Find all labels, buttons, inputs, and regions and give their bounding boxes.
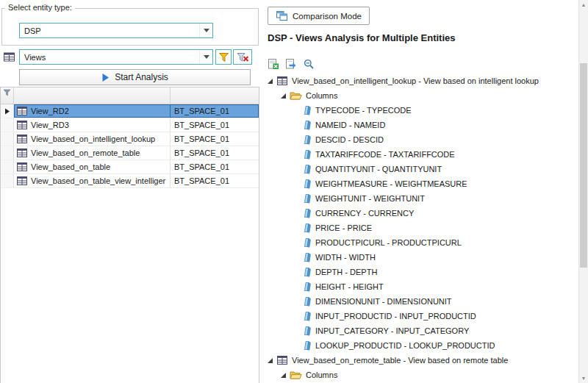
column-icon xyxy=(303,340,312,351)
name-column-header[interactable] xyxy=(14,87,171,104)
column-icon xyxy=(303,193,312,204)
entity-grid: View_RD2BT_SPACE_01View_RD3BT_SPACE_01Vi… xyxy=(0,87,259,383)
table-row[interactable]: View_RD2BT_SPACE_01 xyxy=(1,104,259,118)
vertical-scrollbar[interactable]: ▲ ▼ xyxy=(578,0,588,383)
entity-grid-body: View_RD2BT_SPACE_01View_RD3BT_SPACE_01Vi… xyxy=(1,104,259,188)
entity-grid-header xyxy=(1,87,259,104)
comparison-mode-label: Comparison Mode xyxy=(293,12,362,21)
table-row[interactable]: View_based_on_table_view_intelligerBT_SP… xyxy=(1,174,259,188)
entity-type-dropdown-button[interactable] xyxy=(199,24,212,37)
analysis-panel: Comparison Mode DSP - Views Analysis for… xyxy=(262,0,588,383)
filter-icon[interactable] xyxy=(3,89,11,96)
column-icon xyxy=(303,135,312,145)
filter-edit-button[interactable] xyxy=(215,49,232,65)
tree-item[interactable]: TAXTARIFFCODE - TAXTARIFFCODE xyxy=(265,147,578,162)
table-row[interactable]: View_based_on_tableBT_SPACE_01 xyxy=(1,160,259,174)
tree-item[interactable]: INPUT_CATEGORY - INPUT_CATEGORY xyxy=(265,323,578,338)
entity-type-combo[interactable]: DSP xyxy=(19,23,213,38)
expander-icon[interactable] xyxy=(266,78,273,85)
space-column-header[interactable] xyxy=(171,87,259,104)
indicator-header-cell xyxy=(1,87,14,104)
table-row[interactable]: View_RD3BT_SPACE_01 xyxy=(1,118,259,132)
table-row[interactable]: View_based_on_remote_tableBT_SPACE_01 xyxy=(1,146,259,160)
tree-item[interactable]: Columns xyxy=(265,88,578,103)
column-icon xyxy=(303,208,312,218)
tree-item[interactable]: CURRENCY - CURRENCY xyxy=(265,206,578,221)
excel-export-button[interactable] xyxy=(265,57,281,71)
analysis-tree: View_based_on_intelligent_lookup - View … xyxy=(265,74,578,383)
row-cells: View_RD2BT_SPACE_01 xyxy=(14,104,259,118)
row-indicator xyxy=(1,160,14,174)
entity-selection-panel: Select entity type: DSP Views xyxy=(0,0,261,383)
export-button[interactable] xyxy=(283,57,298,71)
tree-item[interactable]: PRODUCTPICURL - PRODUCTPICURL xyxy=(265,235,578,250)
column-icon xyxy=(303,120,312,130)
filter-clear-icon xyxy=(237,52,249,62)
table-icon xyxy=(16,176,28,186)
tree-item[interactable]: Columns xyxy=(265,368,578,382)
tree-item-label: WEIGHTUNIT - WEIGHTUNIT xyxy=(315,194,425,203)
tree-item-label: WIDTH - WIDTH xyxy=(315,253,376,262)
row-cells: View_based_on_intelligent_lookupBT_SPACE… xyxy=(14,132,259,146)
tree-item[interactable]: HEIGHT - HEIGHT xyxy=(265,279,578,294)
tree-item[interactable]: WEIGHTUNIT - WEIGHTUNIT xyxy=(265,191,578,206)
space-cell: BT_SPACE_01 xyxy=(171,132,259,146)
column-icon xyxy=(303,105,312,115)
tree-item[interactable]: DIMENSIONUNIT - DIMENSIONUNIT xyxy=(265,294,578,309)
tree-item[interactable]: INPUT_PRODUCTID - INPUT_PRODUCTID xyxy=(265,309,578,323)
tree-item-label: View_based_on_intelligent_lookup - View … xyxy=(292,76,539,85)
tree-item[interactable]: DEPTH - DEPTH xyxy=(265,265,578,279)
tree-item[interactable]: LOOKUP_PRODUCTID - LOOKUP_PRODUCTID xyxy=(265,338,578,353)
search-button[interactable] xyxy=(301,57,316,71)
scroll-down-icon[interactable]: ▼ xyxy=(579,373,588,383)
column-icon xyxy=(303,311,312,321)
expander-icon[interactable] xyxy=(279,372,287,379)
tree-item-label: HEIGHT - HEIGHT xyxy=(315,282,384,291)
filter-edit-icon xyxy=(218,52,229,62)
start-analysis-label: Start Analysis xyxy=(115,72,168,82)
folder-icon xyxy=(290,90,302,101)
tree-item[interactable]: WIDTH - WIDTH xyxy=(265,250,578,265)
tree-item[interactable]: QUANTITYUNIT - QUANTITYUNIT xyxy=(265,162,578,176)
scrollbar-thumb[interactable] xyxy=(580,63,587,268)
row-indicator xyxy=(1,174,14,188)
tree-item[interactable]: DESCID - DESCID xyxy=(265,132,578,147)
scroll-up-icon[interactable]: ▲ xyxy=(579,0,588,10)
entity-name-cell: View_RD2 xyxy=(14,104,171,118)
table-icon xyxy=(276,355,288,365)
row-indicator xyxy=(1,146,14,160)
tree-item-label: LOOKUP_PRODUCTID - LOOKUP_PRODUCTID xyxy=(315,341,495,350)
filter-clear-button[interactable] xyxy=(233,49,252,65)
entity-combo[interactable]: Views xyxy=(19,49,213,65)
tree-item-label: INPUT_CATEGORY - INPUT_CATEGORY xyxy=(315,326,469,335)
chevron-down-icon xyxy=(204,55,209,59)
table-icon xyxy=(16,120,28,130)
expander-icon[interactable] xyxy=(266,357,273,364)
entity-dropdown-button[interactable] xyxy=(199,50,212,64)
tree-item-label: View_based_on_remote_table - View based … xyxy=(292,356,508,365)
entity-type-group-label: Select entity type: xyxy=(5,3,75,12)
tree-item[interactable]: View_based_on_remote_table - View based … xyxy=(265,353,578,368)
tree-item[interactable]: WEIGHTMEASURE - WEIGHTMEASURE xyxy=(265,176,578,191)
row-cells: View_based_on_remote_tableBT_SPACE_01 xyxy=(14,146,259,160)
expander-icon[interactable] xyxy=(279,93,287,99)
table-row[interactable]: View_based_on_intelligent_lookupBT_SPACE… xyxy=(1,132,259,146)
tree-item[interactable]: View_based_on_intelligent_lookup - View … xyxy=(265,74,578,88)
tree-item[interactable]: TYPECODE - TYPECODE xyxy=(265,103,578,118)
table-icon xyxy=(16,162,28,172)
table-icon xyxy=(16,148,28,158)
tree-item-label: DIMENSIONUNIT - DIMENSIONUNIT xyxy=(315,297,452,306)
tree-item-label: Columns xyxy=(306,371,337,379)
export-icon xyxy=(285,58,297,70)
tree-item[interactable]: PRICE - PRICE xyxy=(265,221,578,235)
column-icon xyxy=(303,149,312,160)
row-indicator xyxy=(1,104,14,118)
column-icon xyxy=(303,237,312,248)
tree-item-label: CURRENCY - CURRENCY xyxy=(315,209,414,218)
start-analysis-button[interactable]: Start Analysis xyxy=(19,69,251,85)
row-cells: View_RD3BT_SPACE_01 xyxy=(14,118,259,132)
space-cell: BT_SPACE_01 xyxy=(171,174,259,187)
entity-name: View_based_on_intelligent_lookup xyxy=(31,135,155,143)
comparison-mode-button[interactable]: Comparison Mode xyxy=(268,7,370,25)
tree-item[interactable]: NAMEID - NAMEID xyxy=(265,118,578,132)
